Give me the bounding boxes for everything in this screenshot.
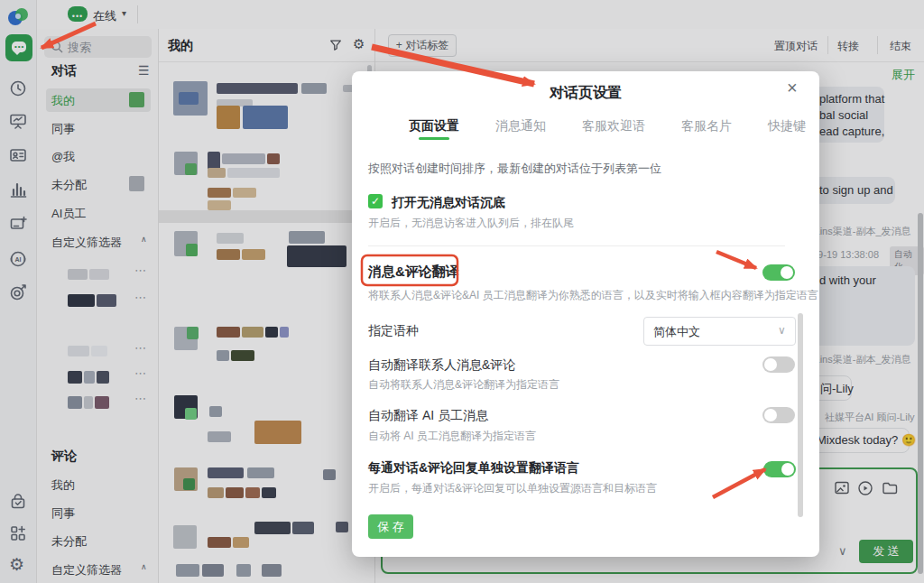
language-label: 指定语种 (368, 323, 419, 339)
divider (368, 245, 785, 246)
modal-scrollbar[interactable] (798, 313, 803, 517)
sink-desc: 开启后，无消息访客进入队列后，排在队尾 (368, 216, 574, 231)
auto-ai-desc: 自动将 AI 员工消息翻译为指定语言 (368, 429, 536, 444)
auto-ai-label: 自动翻译 AI 员工消息 (368, 408, 488, 424)
per-conversation-toggle[interactable] (763, 461, 796, 477)
auto-ai-toggle[interactable] (762, 407, 795, 423)
per-conversation-label: 每通对话&评论回复单独设置翻译语言 (368, 460, 579, 477)
save-button[interactable]: 保 存 (368, 514, 413, 539)
language-select[interactable]: 简体中文 ∨ (643, 317, 796, 346)
sink-label: 打开无消息对话沉底 (392, 195, 505, 211)
auto-contact-desc: 自动将联系人消息&评论翻译为指定语言 (368, 377, 559, 393)
auto-contact-label: 自动翻译联系人消息&评论 (368, 357, 515, 374)
auto-contact-toggle[interactable] (762, 356, 795, 373)
conversation-settings-modal: 对话页设置 × 页面设置 消息通知 客服欢迎语 客服名片 快捷键 按照对话创建时… (352, 71, 819, 557)
sort-note: 按照对话创建时间排序，最新创建的对话位于列表第一位 (368, 161, 661, 177)
active-tab-underline (419, 137, 449, 140)
close-icon[interactable]: × (787, 79, 798, 97)
tab-agent-card[interactable]: 客服名片 (681, 118, 732, 134)
language-select-value: 简体中文 (653, 324, 700, 340)
tab-message-notify[interactable]: 消息通知 (495, 118, 546, 134)
translation-toggle[interactable] (762, 264, 795, 281)
tab-shortcuts[interactable]: 快捷键 (768, 118, 806, 134)
modal-tabs: 页面设置 消息通知 客服欢迎语 客服名片 快捷键 (409, 118, 806, 134)
tab-welcome-message[interactable]: 客服欢迎语 (582, 118, 645, 134)
translation-desc: 将联系人消息&评论&AI 员工消息翻译为你熟悉的语言，以及实时将输入框内容翻译为… (368, 288, 818, 303)
sink-checkbox[interactable]: ✓ (368, 194, 383, 208)
per-conversation-desc: 开启后，每通对话&评论回复可以单独设置源语言和目标语言 (368, 481, 657, 496)
modal-title: 对话页设置 (352, 84, 819, 103)
translation-section-title: 消息&评论翻译 (368, 264, 459, 281)
tab-page-settings[interactable]: 页面设置 (409, 118, 459, 134)
select-chevron-icon: ∨ (778, 324, 786, 337)
